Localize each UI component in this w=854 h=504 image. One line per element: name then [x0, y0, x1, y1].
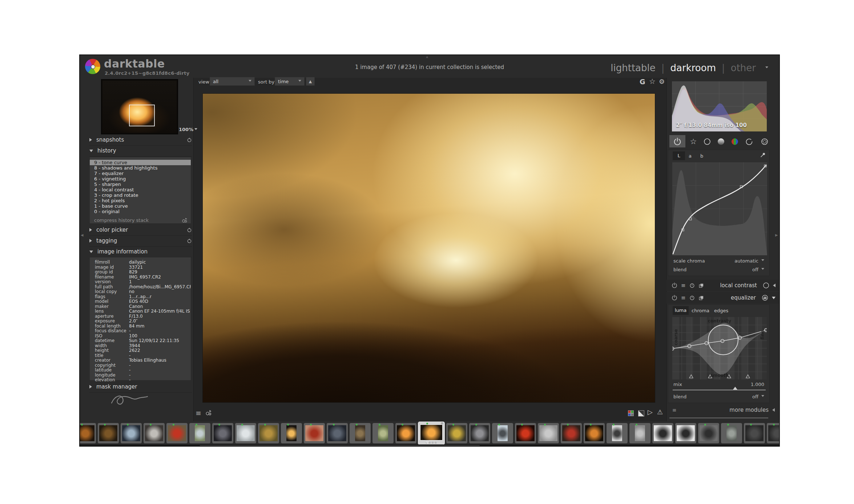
filmstrip-thumbnail[interactable] [395, 423, 416, 443]
sort-by-dropdown[interactable]: time [275, 77, 305, 86]
filmstrip-thumbnail[interactable] [258, 423, 279, 443]
blend-row[interactable]: blend off [673, 267, 764, 272]
tone-curve-graph[interactable] [672, 162, 767, 255]
filmstrip-thumbnail[interactable] [744, 423, 765, 443]
thumbnail-gear-icon[interactable]: ⚙ [441, 422, 443, 425]
mix-slider-marker[interactable] [733, 387, 737, 390]
history-item[interactable]: 9 - tone curve [90, 160, 191, 165]
correction-group-icon[interactable] [745, 137, 754, 146]
filmstrip-thumbnail[interactable] [304, 423, 325, 443]
filmstrip-thumbnail[interactable] [469, 423, 490, 443]
active-modules-icon[interactable] [673, 137, 682, 146]
filmstrip-thumbnail[interactable] [721, 423, 742, 443]
filmstrip-selected-thumbnail[interactable]: ☆☆☆☆⚙ [418, 422, 444, 444]
color-picker-icon[interactable] [760, 152, 766, 158]
history-item[interactable]: 7 - equalizer [90, 171, 191, 176]
view-mode-darkroom[interactable]: darkroom [670, 62, 716, 73]
section-mask-manager[interactable]: mask manager [89, 383, 192, 393]
filmstrip-thumbnail[interactable] [80, 423, 96, 443]
presets-menu-icon[interactable]: ≡ [681, 295, 686, 301]
chevron-down-icon[interactable] [765, 66, 768, 70]
filmstrip-thumbnail[interactable] [584, 423, 605, 443]
filmstrip-thumbnail[interactable] [492, 423, 513, 443]
filmstrip-thumbnail[interactable] [538, 423, 559, 443]
tab-lab-b[interactable]: b [700, 153, 703, 159]
filmstrip-thumbnail[interactable] [212, 423, 233, 443]
section-history[interactable]: history [89, 147, 192, 157]
filmstrip-thumbnail[interactable] [350, 423, 371, 443]
filter-menu-icon[interactable]: ≡ [196, 410, 201, 416]
filmstrip-thumbnail[interactable] [281, 423, 302, 443]
rating-stars[interactable]: ☆☆☆☆ [418, 441, 444, 444]
presets-menu-icon[interactable]: ≡ [681, 283, 686, 288]
reset-icon[interactable] [187, 137, 192, 142]
compress-history-icon[interactable] [181, 217, 188, 223]
tab-eq-luma[interactable]: luma [673, 306, 689, 315]
filmstrip-scrollbar[interactable] [200, 445, 480, 446]
collapse-left-panel-icon[interactable]: ◂ [81, 232, 84, 238]
collapse-right-panel-icon[interactable]: ▸ [775, 232, 778, 238]
history-item[interactable]: 2 - hot pixels [90, 198, 191, 203]
preferences-gear-icon[interactable]: ⚙ [659, 78, 665, 85]
filmstrip-thumbnail[interactable] [189, 423, 210, 443]
reset-icon[interactable] [187, 238, 192, 243]
mix-slider-track[interactable] [673, 390, 766, 390]
filmstrip-thumbnail[interactable] [607, 423, 628, 443]
compress-history-row[interactable]: compress history stack [90, 217, 191, 223]
power-icon[interactable] [672, 283, 677, 288]
filmstrip-thumbnail[interactable] [372, 423, 394, 443]
history-item[interactable]: 0 - original [90, 209, 191, 214]
main-image[interactable] [203, 94, 655, 402]
zoom-level[interactable]: 100% [179, 127, 197, 132]
module-local-contrast[interactable]: ≡ local contrast [666, 280, 780, 291]
module-title[interactable]: equalizer [708, 294, 756, 301]
filmstrip-position-indicator[interactable]: ▼ [425, 439, 430, 445]
reset-icon[interactable] [187, 227, 192, 232]
star-overlay-icon[interactable]: ☆ [649, 77, 656, 86]
effects-group-icon[interactable] [760, 137, 769, 146]
reset-icon[interactable] [689, 283, 695, 288]
tone-group-icon[interactable] [717, 137, 725, 146]
more-modules-row[interactable]: ≡ more modules [666, 405, 780, 415]
basic-group-icon[interactable] [703, 137, 712, 146]
filmstrip-thumbnail[interactable] [561, 423, 582, 443]
sort-ascending-button[interactable]: ▲ [306, 77, 315, 86]
modules-menu-icon[interactable]: ≡ [672, 407, 677, 412]
section-snapshots[interactable]: snapshots [89, 136, 192, 146]
display-profile-icon[interactable] [628, 410, 634, 416]
filmstrip-thumbnail[interactable] [121, 423, 142, 443]
module-title[interactable]: local contrast [708, 282, 757, 289]
filmstrip-thumbnail[interactable] [629, 423, 650, 443]
history-item[interactable]: 5 - sharpen [90, 182, 191, 187]
scale-chroma-value[interactable]: automatic [734, 258, 758, 264]
history-item[interactable]: 3 - crop and rotate [90, 192, 191, 198]
instances-icon[interactable] [698, 283, 704, 288]
filmstrip-thumbnail[interactable] [675, 423, 696, 443]
filmstrip-thumbnail[interactable] [652, 423, 673, 443]
navigation-thumbnail[interactable] [101, 79, 178, 134]
grouping-icon[interactable]: G [640, 78, 645, 86]
view-mode-lighttable[interactable]: lighttable [611, 62, 655, 73]
instances-icon[interactable] [698, 295, 704, 301]
more-modules-label[interactable]: more modules [729, 407, 769, 413]
mix-row[interactable]: mix 1.000 [673, 382, 764, 387]
gamut-check-icon[interactable]: ⚠ [657, 408, 663, 416]
filmstrip-thumbnail[interactable] [515, 423, 536, 443]
view-mode-other[interactable]: other [731, 62, 756, 73]
history-item[interactable]: 8 - shadows and highlights [90, 165, 191, 171]
tab-eq-edges[interactable]: edges [714, 308, 728, 313]
filmstrip-thumbnail[interactable] [327, 423, 348, 443]
scale-chroma-row[interactable]: scale chroma automatic [673, 258, 764, 264]
blend-row[interactable]: blend off [673, 394, 764, 399]
tab-lab-l[interactable]: L [673, 151, 685, 160]
filmstrip[interactable]: ☆☆☆☆⚙ [80, 421, 780, 444]
history-item[interactable]: 6 - vignetting [90, 176, 191, 182]
filmstrip-thumbnail[interactable] [698, 423, 719, 443]
section-tagging[interactable]: tagging [89, 237, 192, 247]
reset-icon[interactable] [689, 295, 695, 301]
filmstrip-thumbnail[interactable] [98, 423, 119, 443]
section-image-information[interactable]: image information [89, 248, 192, 257]
favorites-group-icon[interactable]: ☆ [689, 137, 698, 146]
tab-lab-a[interactable]: a [689, 153, 692, 159]
collapse-left-icon[interactable] [773, 284, 776, 287]
